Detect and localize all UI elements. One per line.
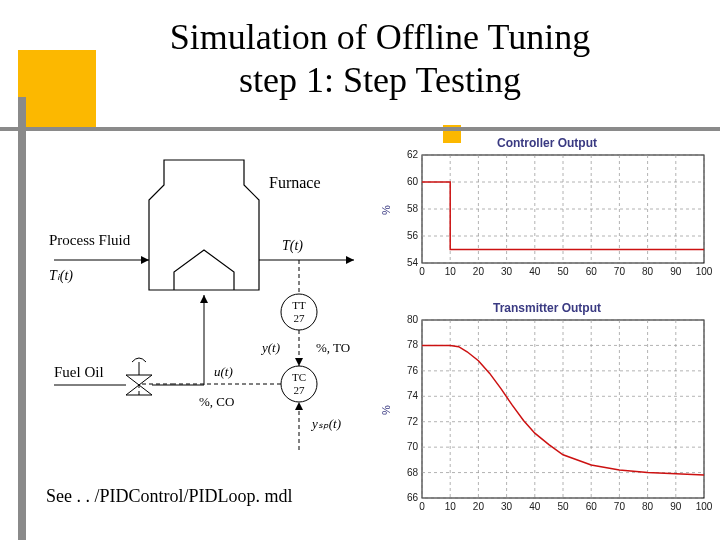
svg-marker-14 (295, 402, 303, 410)
title-line-1: Simulation of Offline Tuning (170, 17, 590, 57)
svg-text:54: 54 (407, 257, 419, 268)
svg-text:50: 50 (557, 501, 569, 512)
svg-text:78: 78 (407, 339, 419, 350)
process-fluid-label: Process Fluid (49, 232, 131, 248)
svg-text:Transmitter Output: Transmitter Output (493, 301, 601, 315)
svg-text:30: 30 (501, 501, 513, 512)
u-label: u(t) (214, 364, 233, 379)
svg-text:0: 0 (419, 266, 425, 277)
svg-text:90: 90 (670, 501, 682, 512)
footer-file-reference: See . . /PIDControl/PIDLoop. mdl (46, 486, 293, 507)
svg-text:74: 74 (407, 390, 419, 401)
svg-marker-11 (295, 358, 303, 366)
svg-text:50: 50 (557, 266, 569, 277)
svg-text:100: 100 (696, 266, 712, 277)
svg-marker-7 (200, 295, 208, 303)
tt-bubble-line2: 27 (294, 312, 306, 324)
svg-text:100: 100 (696, 501, 712, 512)
pct-co-label: %, CO (199, 394, 234, 409)
title-line-2: step 1: Step Testing (239, 60, 521, 100)
svg-text:0: 0 (419, 501, 425, 512)
controller-output-chart: Controller Output01020304050607080901005… (382, 135, 712, 285)
furnace-icon (149, 160, 259, 290)
svg-marker-1 (141, 256, 149, 264)
svg-text:20: 20 (473, 266, 485, 277)
page-title: Simulation of Offline Tuning step 1: Ste… (100, 16, 660, 102)
svg-text:72: 72 (407, 416, 419, 427)
svg-text:90: 90 (670, 266, 682, 277)
svg-text:40: 40 (529, 501, 541, 512)
tt-output-label: T(t) (282, 238, 303, 254)
y-label: y(t) (260, 340, 280, 355)
svg-text:70: 70 (407, 441, 419, 452)
svg-text:10: 10 (445, 501, 457, 512)
svg-text:60: 60 (586, 501, 598, 512)
svg-text:76: 76 (407, 365, 419, 376)
svg-text:80: 80 (642, 501, 654, 512)
furnace-label: Furnace (269, 174, 321, 191)
tt-bubble-line1: TT (292, 299, 306, 311)
ti-label: Tᵢ(t) (49, 268, 73, 284)
svg-text:80: 80 (642, 266, 654, 277)
svg-text:40: 40 (529, 266, 541, 277)
svg-text:66: 66 (407, 492, 419, 503)
fuel-oil-label: Fuel Oil (54, 364, 104, 380)
process-diagram: Furnace Process Fluid Tᵢ(t) T(t) Fuel Oi… (44, 150, 374, 470)
svg-text:10: 10 (445, 266, 457, 277)
svg-text:58: 58 (407, 203, 419, 214)
svg-text:56: 56 (407, 230, 419, 241)
svg-text:62: 62 (407, 149, 419, 160)
slide-accent-square (18, 50, 96, 128)
svg-marker-3 (346, 256, 354, 264)
control-valve-icon (126, 358, 152, 395)
svg-text:%: % (382, 205, 392, 215)
pct-to-label: %, TO (316, 340, 350, 355)
tc-bubble-line2: 27 (294, 384, 306, 396)
svg-text:70: 70 (614, 266, 626, 277)
svg-text:60: 60 (407, 176, 419, 187)
slide-horizontal-rule (0, 127, 720, 131)
svg-text:68: 68 (407, 467, 419, 478)
svg-text:70: 70 (614, 501, 626, 512)
tc-bubble-line1: TC (292, 371, 306, 383)
svg-text:20: 20 (473, 501, 485, 512)
svg-text:80: 80 (407, 314, 419, 325)
svg-text:Controller Output: Controller Output (497, 136, 597, 150)
transmitter-output-chart: Transmitter Output0102030405060708090100… (382, 300, 712, 520)
svg-text:%: % (382, 405, 392, 415)
slide-vertical-rule (18, 97, 26, 540)
svg-text:60: 60 (586, 266, 598, 277)
ysp-label: yₛₚ(t) (310, 416, 341, 431)
svg-text:30: 30 (501, 266, 513, 277)
